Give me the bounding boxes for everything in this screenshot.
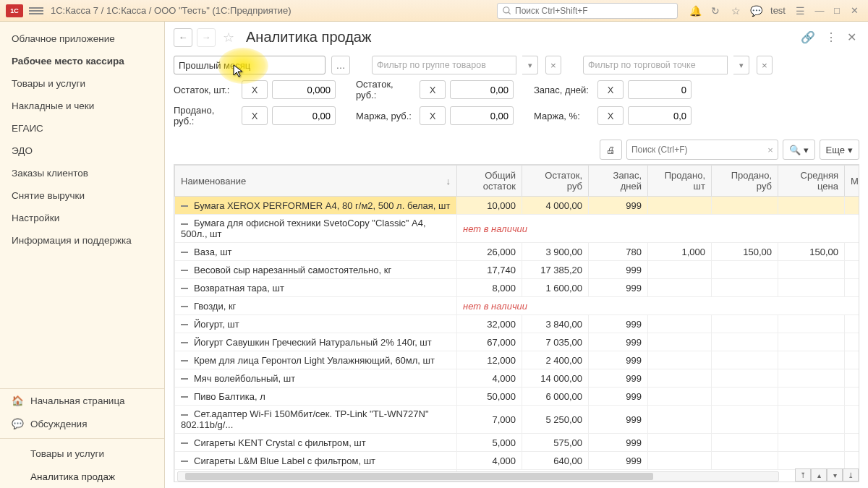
prodano-rub-x[interactable]: X xyxy=(242,106,268,125)
bell-icon[interactable]: 🔔 xyxy=(687,3,703,19)
user-label[interactable]: test xyxy=(770,5,786,16)
table-search[interactable]: × xyxy=(626,140,778,160)
table-row[interactable]: Сигареты KENT Crystal с фильтром, шт5,00… xyxy=(175,434,859,452)
history-icon[interactable]: ↻ xyxy=(707,3,723,19)
marzha-pct-value[interactable] xyxy=(628,106,692,125)
more-icon[interactable]: ⋮ xyxy=(822,27,840,47)
filter-point-select[interactable]: Фильтр по торговой точке xyxy=(583,56,728,74)
global-search-input[interactable] xyxy=(515,6,673,16)
table-row[interactable]: Бумага XEROX PERFORMER А4, 80 г/м2, 500 … xyxy=(175,197,859,215)
column-header[interactable]: Средняя цена xyxy=(778,166,845,197)
table-search-input[interactable] xyxy=(631,145,767,155)
ostatok-rub-x[interactable]: X xyxy=(420,80,446,99)
hamburger-icon[interactable] xyxy=(29,6,43,16)
sidebar-item[interactable]: ЭДО xyxy=(0,140,164,162)
close-page-icon[interactable]: ✕ xyxy=(844,27,859,47)
sidebar-item[interactable]: Информация и поддержка xyxy=(0,229,164,252)
link-icon[interactable]: 🔗 xyxy=(798,27,818,47)
sidebar-open-item[interactable]: 💬Обсуждения xyxy=(0,412,164,435)
table-row[interactable]: Возвратная тара, шт8,0001 600,00999 xyxy=(175,279,859,297)
print-button[interactable]: 🖨 xyxy=(600,140,622,160)
sidebar-item[interactable]: Рабочее место кассира xyxy=(0,50,164,72)
prodano-rub-label: Продано, руб.: xyxy=(174,105,237,127)
ostatok-sht-label: Остаток, шт.: xyxy=(174,85,237,95)
home-icon: 🏠 xyxy=(12,395,23,406)
table-row[interactable]: Йогурт, шт32,0003 840,00999 xyxy=(175,315,859,333)
column-header[interactable]: Продано, руб xyxy=(712,166,778,197)
column-header[interactable]: Общий остаток xyxy=(457,166,522,197)
ostatok-rub-label: Остаток, руб.: xyxy=(356,79,415,100)
sidebar-open-item[interactable]: Аналитика продаж xyxy=(0,465,164,488)
forward-button[interactable]: → xyxy=(197,28,216,47)
zapas-label: Запас, дней: xyxy=(534,85,593,95)
maximize-button[interactable]: □ xyxy=(829,3,845,19)
minimize-button[interactable]: — xyxy=(812,3,827,19)
filter-point-dropdown[interactable]: ▾ xyxy=(733,56,749,74)
ostatok-sht-value[interactable] xyxy=(272,80,336,99)
scroll-top-button[interactable]: ⤒ xyxy=(795,468,811,481)
svg-line-1 xyxy=(509,12,511,14)
marzha-rub-value[interactable] xyxy=(450,106,514,125)
filter-group-dropdown[interactable]: ▾ xyxy=(522,56,538,74)
table-row[interactable]: Сигареты L&M Blue Label с фильтром, шт4,… xyxy=(175,452,859,470)
zapas-value[interactable] xyxy=(628,80,692,99)
sidebar-item[interactable]: Настройки xyxy=(0,207,164,229)
table-toolbar: 🖨 × 🔍 ▾ Еще ▾ xyxy=(165,137,868,164)
filter-group-clear[interactable]: × xyxy=(545,56,561,74)
back-button[interactable]: ← xyxy=(174,28,192,47)
filter-point-clear[interactable]: × xyxy=(757,56,773,74)
chat-icon[interactable]: 💬 xyxy=(748,3,764,19)
table-row[interactable]: Ваза, шт26,0003 900,007801,000150,00150,… xyxy=(175,243,859,261)
close-button[interactable]: ✕ xyxy=(846,3,862,19)
scroll-up-button[interactable]: ▴ xyxy=(811,468,827,481)
table-row[interactable]: Гвозди, кгнет в наличии xyxy=(175,297,859,315)
svg-point-0 xyxy=(503,7,509,12)
table-row[interactable]: Йогурт Савушкин Греческий Натуральный 2%… xyxy=(175,333,859,351)
table-row[interactable]: Пиво Балтика, л50,0006 000,00999 xyxy=(175,388,859,406)
content-area: ← → ☆ Аналитика продаж 🔗 ⋮ ✕ Прошлый мес… xyxy=(165,22,868,488)
chat-icon: 💬 xyxy=(12,418,23,429)
sidebar: Облачное приложениеРабочее место кассира… xyxy=(0,22,165,488)
window-title: 1С:Касса 7 / 1С:Касса / ООО "Тесть" (1С:… xyxy=(51,5,497,16)
column-header[interactable]: Остаток, руб xyxy=(522,166,589,197)
zapas-x[interactable]: X xyxy=(597,80,624,99)
sidebar-item[interactable]: Облачное приложение xyxy=(0,27,164,50)
marzha-pct-label: Маржа, %: xyxy=(534,111,593,121)
global-search[interactable] xyxy=(497,3,678,19)
user-menu-icon[interactable]: ☰ xyxy=(792,3,808,19)
table-row[interactable]: Крем для лица Геронтол Light Увлажняющий… xyxy=(175,351,859,369)
marzha-pct-x[interactable]: X xyxy=(597,106,624,125)
sidebar-item[interactable]: Товары и услуги xyxy=(0,72,164,95)
column-header[interactable]: Запас, дней xyxy=(589,166,648,197)
horizontal-scrollbar[interactable] xyxy=(177,471,779,481)
scroll-bottom-button[interactable]: ⤓ xyxy=(843,468,859,481)
page-title: Аналитика продаж xyxy=(246,29,793,46)
sidebar-open-item[interactable]: Товары и услуги xyxy=(0,442,164,465)
period-pick-button[interactable]: … xyxy=(331,56,350,74)
column-header[interactable]: Наименование↓ xyxy=(175,166,457,197)
ostatok-sht-x[interactable]: X xyxy=(242,80,268,99)
more-button[interactable]: Еще ▾ xyxy=(820,140,859,160)
sidebar-item[interactable]: ЕГАИС xyxy=(0,117,164,140)
sidebar-item[interactable]: Накладные и чеки xyxy=(0,95,164,117)
period-selector[interactable]: Прошлый месяц xyxy=(174,56,326,74)
table-row[interactable]: Бумага для офисной техники SvetoCopy "Cl… xyxy=(175,215,859,243)
column-header[interactable]: Продано, шт xyxy=(648,166,712,197)
scroll-down-button[interactable]: ▾ xyxy=(827,468,843,481)
sidebar-open-item[interactable]: 🏠Начальная страница xyxy=(0,389,164,412)
table-row[interactable]: Мяч волейбольный, шт4,00014 000,00999 xyxy=(175,369,859,388)
favorite-star-icon[interactable]: ☆ xyxy=(223,30,239,46)
search-button[interactable]: 🔍 ▾ xyxy=(783,140,815,160)
sidebar-item[interactable]: Снятие выручки xyxy=(0,184,164,207)
marzha-rub-label: Маржа, руб.: xyxy=(356,111,415,121)
sidebar-item[interactable]: Заказы клиентов xyxy=(0,162,164,184)
prodano-rub-value[interactable] xyxy=(272,106,336,125)
table-search-clear[interactable]: × xyxy=(767,145,773,155)
table-row[interactable]: Сет.адаптер Wi-Fi 150Мбит/сек. TP-Link "… xyxy=(175,406,859,434)
period-value: Прошлый месяц xyxy=(179,60,250,71)
marzha-rub-x[interactable]: X xyxy=(420,106,446,125)
filter-group-select[interactable]: Фильтр по группе товаров xyxy=(372,56,516,74)
ostatok-rub-value[interactable] xyxy=(450,80,514,99)
star-icon[interactable]: ☆ xyxy=(728,3,744,19)
table-row[interactable]: Весовой сыр нарезанный самостоятельно, к… xyxy=(175,261,859,279)
